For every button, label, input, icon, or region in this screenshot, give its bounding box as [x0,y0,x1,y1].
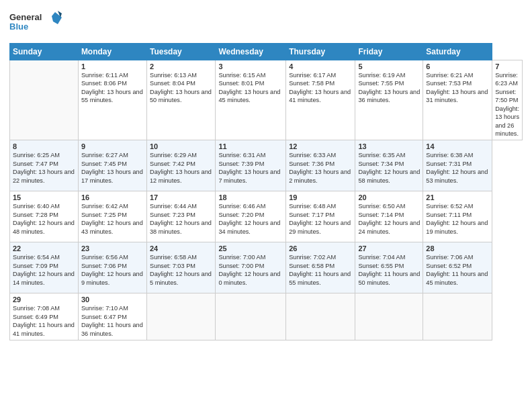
day-cell-25: 25Sunrise: 7:00 AMSunset: 7:00 PMDayligh… [216,242,286,293]
empty-cell [147,293,216,340]
day-cell-8: 8Sunrise: 6:25 AMSunset: 7:47 PMDaylight… [10,140,79,191]
day-cell-27: 27Sunrise: 7:04 AMSunset: 6:55 PMDayligh… [355,242,423,293]
col-header-friday: Friday [355,44,423,60]
day-cell-6: 6Sunrise: 6:21 AMSunset: 7:53 PMDaylight… [423,60,492,140]
day-cell-11: 11Sunrise: 6:31 AMSunset: 7:39 PMDayligh… [216,140,286,191]
col-header-thursday: Thursday [286,44,355,60]
day-cell-13: 13Sunrise: 6:35 AMSunset: 7:34 PMDayligh… [355,140,423,191]
empty-cell [10,60,79,140]
day-cell-19: 19Sunrise: 6:48 AMSunset: 7:17 PMDayligh… [286,191,355,242]
empty-cell [423,293,492,340]
col-header-wednesday: Wednesday [216,44,286,60]
day-cell-3: 3Sunrise: 6:15 AMSunset: 8:01 PMDaylight… [216,60,286,140]
day-cell-21: 21Sunrise: 6:52 AMSunset: 7:11 PMDayligh… [423,191,492,242]
logo-svg: General Blue [9,9,63,38]
day-cell-28: 28Sunrise: 7:06 AMSunset: 6:52 PMDayligh… [423,242,492,293]
calendar-header-row: SundayMondayTuesdayWednesdayThursdayFrid… [10,44,523,60]
day-cell-14: 14Sunrise: 6:38 AMSunset: 7:31 PMDayligh… [423,140,492,191]
day-cell-10: 10Sunrise: 6:29 AMSunset: 7:42 PMDayligh… [147,140,216,191]
svg-text:General: General [9,12,42,22]
col-header-tuesday: Tuesday [147,44,216,60]
empty-cell [286,293,355,340]
empty-cell [216,293,286,340]
day-cell-17: 17Sunrise: 6:44 AMSunset: 7:23 PMDayligh… [147,191,216,242]
day-cell-30: 30Sunrise: 7:10 AMSunset: 6:47 PMDayligh… [78,293,146,340]
logo: General Blue [9,9,63,38]
day-cell-16: 16Sunrise: 6:42 AMSunset: 7:25 PMDayligh… [78,191,146,242]
day-cell-12: 12Sunrise: 6:33 AMSunset: 7:36 PMDayligh… [286,140,355,191]
day-cell-26: 26Sunrise: 7:02 AMSunset: 6:58 PMDayligh… [286,242,355,293]
day-cell-18: 18Sunrise: 6:46 AMSunset: 7:20 PMDayligh… [216,191,286,242]
day-cell-23: 23Sunrise: 6:56 AMSunset: 7:06 PMDayligh… [78,242,146,293]
day-cell-9: 9Sunrise: 6:27 AMSunset: 7:45 PMDaylight… [78,140,146,191]
day-cell-29: 29Sunrise: 7:08 AMSunset: 6:49 PMDayligh… [10,293,79,340]
day-cell-22: 22Sunrise: 6:54 AMSunset: 7:09 PMDayligh… [10,242,79,293]
day-cell-2: 2Sunrise: 6:13 AMSunset: 8:04 PMDaylight… [147,60,216,140]
day-cell-20: 20Sunrise: 6:50 AMSunset: 7:14 PMDayligh… [355,191,423,242]
day-cell-5: 5Sunrise: 6:19 AMSunset: 7:55 PMDaylight… [355,60,423,140]
col-header-saturday: Saturday [423,44,492,60]
day-cell-4: 4Sunrise: 6:17 AMSunset: 7:58 PMDaylight… [286,60,355,140]
calendar-table: SundayMondayTuesdayWednesdayThursdayFrid… [9,43,523,340]
empty-cell [355,293,423,340]
day-cell-7: 7Sunrise: 6:23 AMSunset: 7:50 PMDaylight… [492,60,523,140]
col-header-monday: Monday [78,44,146,60]
day-cell-15: 15Sunrise: 6:40 AMSunset: 7:28 PMDayligh… [10,191,79,242]
col-header-sunday: Sunday [10,44,79,60]
page: General Blue SundayMondayTuesdayWednesda… [0,0,532,411]
svg-text:Blue: Blue [9,21,28,32]
header: General Blue [9,7,523,38]
day-cell-24: 24Sunrise: 6:58 AMSunset: 7:03 PMDayligh… [147,242,216,293]
day-cell-1: 1Sunrise: 6:11 AMSunset: 8:06 PMDaylight… [78,60,146,140]
